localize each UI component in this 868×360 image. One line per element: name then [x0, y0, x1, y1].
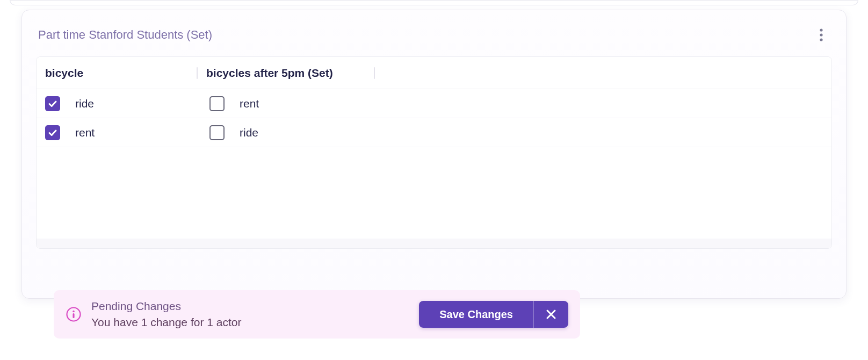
- save-changes-button[interactable]: Save Changes: [419, 301, 534, 328]
- toast-title: Pending Changes: [91, 300, 409, 313]
- table-cell: rent: [37, 125, 198, 140]
- column-divider[interactable]: [374, 67, 375, 79]
- table-cell: ride: [37, 96, 198, 111]
- table-cell: ride: [198, 125, 375, 140]
- horizontal-scrollbar-track[interactable]: [37, 239, 831, 248]
- permissions-card: Part time Stanford Students (Set) bicycl…: [21, 10, 847, 299]
- cell-label: rent: [75, 126, 95, 139]
- pending-changes-toast: Pending Changes You have 1 change for 1 …: [54, 290, 580, 339]
- close-icon: [545, 308, 557, 320]
- toast-actions: Save Changes: [419, 301, 568, 328]
- svg-point-2: [820, 38, 822, 41]
- column-header: bicycle: [45, 67, 83, 80]
- checkbox-unchecked[interactable]: [209, 125, 225, 140]
- table-row: rent ride: [37, 118, 831, 147]
- kebab-icon: [820, 28, 823, 41]
- top-panel-strip: [10, 0, 858, 5]
- svg-point-1: [820, 33, 822, 36]
- table-header-cell: bicycles after 5pm (Set): [198, 57, 375, 89]
- checkbox-unchecked[interactable]: [209, 96, 225, 111]
- cell-label: rent: [240, 97, 259, 110]
- column-header: bicycles after 5pm (Set): [206, 67, 333, 80]
- toast-body: Pending Changes You have 1 change for 1 …: [91, 300, 409, 329]
- permissions-table: bicycle bicycles after 5pm (Set) ride re…: [36, 56, 832, 249]
- table-cell: rent: [198, 96, 375, 111]
- card-header: Part time Stanford Students (Set): [36, 26, 832, 44]
- card-title: Part time Stanford Students (Set): [38, 28, 212, 42]
- check-icon: [47, 127, 58, 138]
- info-icon: [66, 306, 82, 322]
- table-row: ride rent: [37, 89, 831, 118]
- card-menu-button[interactable]: [813, 26, 830, 44]
- dismiss-toast-button[interactable]: [534, 301, 568, 328]
- svg-rect-5: [73, 313, 74, 318]
- svg-point-4: [73, 311, 75, 313]
- table-header-cell: bicycle: [37, 57, 198, 89]
- svg-point-0: [820, 28, 822, 31]
- checkbox-checked[interactable]: [45, 96, 60, 111]
- check-icon: [47, 98, 58, 109]
- cell-label: ride: [240, 126, 258, 139]
- cell-label: ride: [75, 97, 94, 110]
- table-header-row: bicycle bicycles after 5pm (Set): [37, 57, 831, 89]
- toast-message: You have 1 change for 1 actor: [91, 316, 409, 329]
- checkbox-checked[interactable]: [45, 125, 60, 140]
